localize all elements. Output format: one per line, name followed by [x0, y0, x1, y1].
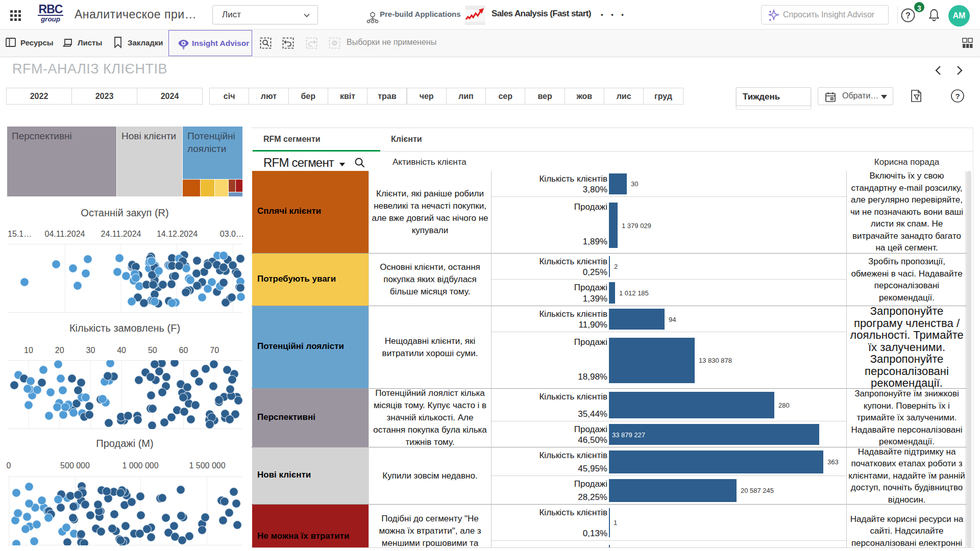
svg-text:?: ? — [955, 92, 960, 101]
svg-text:?: ? — [905, 11, 911, 20]
